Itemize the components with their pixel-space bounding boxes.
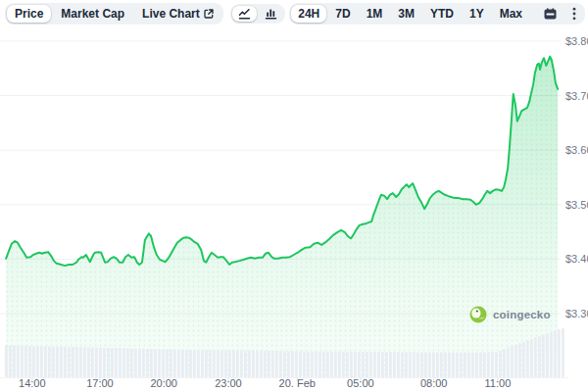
volume-bar [264,351,267,377]
date-range-picker-button[interactable] [537,6,564,22]
volume-bar [299,351,302,377]
volume-bar [354,352,357,377]
volume-bar [385,352,388,377]
range-ytd[interactable]: YTD [423,5,461,23]
range-1y[interactable]: 1Y [463,5,491,23]
volume-bar [68,347,71,377]
range-24h[interactable]: 24H [291,5,326,23]
volume-bar [268,351,270,377]
volume-bar [456,353,459,378]
volume-bar [154,349,157,377]
x-tick-label: 11:00 [485,377,512,389]
volume-bar [452,353,455,378]
volume-bar [315,352,318,377]
x-tick-label: 23:00 [215,377,242,389]
volume-bar [260,351,263,377]
volume-bar [491,352,494,377]
range-7d[interactable]: 7D [328,5,357,23]
volume-bar [138,349,141,377]
volume-bar [17,345,20,377]
volume-bar [181,350,184,377]
y-tick-label: $3.70 [565,90,588,102]
range-selector: 24H 7D 1M 3M YTD 1Y Max [289,3,585,24]
volume-bar [64,347,67,377]
volume-bar [444,352,447,377]
volume-bar [79,347,82,377]
volume-bar [554,330,557,377]
line-chart-type-button[interactable] [232,6,257,22]
volume-bar [428,352,431,377]
tab-live-chart-label: Live Chart [142,7,200,21]
volume-bar [424,352,427,377]
volume-bar [366,352,368,377]
volume-bar [401,352,404,377]
volume-bar [95,348,98,377]
volume-bar [389,352,392,377]
calendar-icon [544,8,557,20]
tab-market-cap[interactable]: Market Cap [53,5,132,23]
volume-bar [503,349,506,377]
tab-live-chart[interactable]: Live Chart [134,5,221,23]
volume-bar [295,351,298,377]
volume-bar [538,336,541,377]
x-tick-label: 14:00 [19,377,46,389]
y-tick-label: $3.40 [565,253,588,265]
volume-bar [420,352,423,377]
volume-bar [381,352,384,377]
volume-bar [28,346,31,377]
volume-bar [279,351,282,377]
volume-bar [358,352,361,377]
volume-bar [413,352,416,377]
volume-bar [91,347,94,377]
volume-bar [373,352,376,377]
volume-bar [393,352,396,377]
volume-bar [562,328,564,377]
volume-bar [405,352,408,377]
volume-bar [24,346,27,377]
volume-bar [232,350,235,377]
volume-bar [220,350,223,377]
volume-bar [471,353,474,378]
volume-bar [526,340,529,377]
volume-bar [44,346,47,377]
volume-bar [119,348,122,377]
volume-bar [5,345,8,377]
volume-bar [499,351,502,377]
volume-bar [72,347,74,377]
volume-bar [170,349,172,377]
volume-bar [275,351,278,377]
x-tick-label: 05:00 [347,377,374,389]
volume-bar [240,351,243,377]
volume-bar [542,335,545,377]
volume-bar [185,350,188,377]
volume-bar [507,347,510,377]
volume-bar [479,353,482,378]
volume-bar [530,339,533,377]
volume-bar [126,348,129,377]
range-1m[interactable]: 1M [360,5,390,23]
volume-bar [236,350,239,377]
price-area-dot-texture [6,57,558,377]
more-options-button[interactable] [565,5,583,23]
external-link-icon [204,9,214,19]
volume-bar [283,351,286,377]
bar-chart-type-button[interactable] [259,6,283,22]
volume-bar [464,353,466,378]
volume-bar [32,346,35,377]
range-max[interactable]: Max [493,5,529,23]
volume-bar [158,349,161,377]
range-3m[interactable]: 3M [391,5,421,23]
volume-bar [546,333,549,377]
volume-bar [440,352,443,377]
volume-bar [36,346,39,377]
volume-bar [495,352,498,377]
price-chart-canvas[interactable]: $3.80$3.70$3.60$3.50$3.40$3.3014:0017:00… [0,0,588,392]
volume-bar [130,348,133,377]
volume-bar [460,353,463,378]
volume-bar [475,353,478,378]
tab-price[interactable]: Price [7,5,51,23]
volume-bar [83,347,86,377]
volume-bar [142,349,145,377]
volume-bar [213,350,216,377]
volume-bar [350,352,353,377]
